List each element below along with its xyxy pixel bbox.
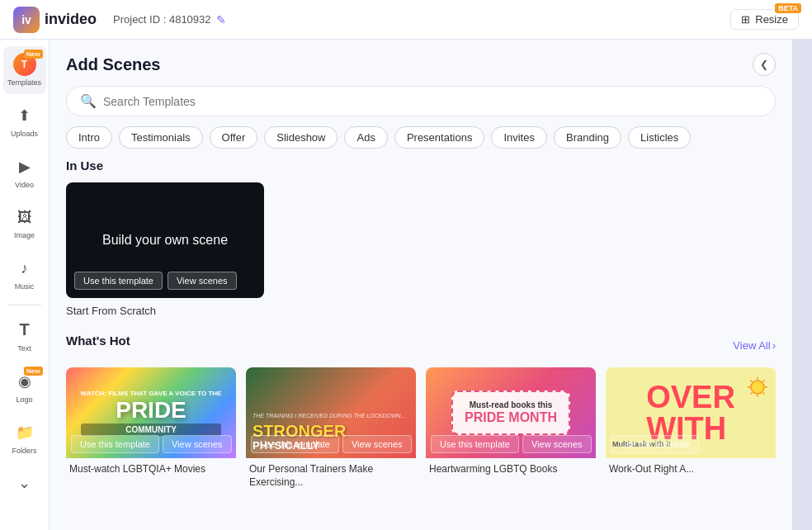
- more-icon: ⌄: [13, 471, 36, 495]
- sidebar-item-label: Music: [15, 282, 35, 291]
- gym-view-scenes-button[interactable]: View scenes: [342, 435, 412, 453]
- in-use-title: In Use: [66, 159, 776, 173]
- folders-icon: 📁: [13, 421, 36, 444]
- pill-offer[interactable]: Offer: [210, 126, 258, 149]
- workout-card-label: Work-Out Right A...: [606, 458, 776, 476]
- svg-point-0: [751, 381, 764, 394]
- collapse-button[interactable]: ❮: [753, 53, 776, 76]
- sidebar-item-label: Uploads: [11, 130, 38, 139]
- template-card-actions-books: Use this template View scenes: [431, 435, 592, 453]
- sidebar-item-label: Text: [17, 344, 31, 353]
- workout-use-template-button[interactable]: Use this template: [611, 435, 699, 453]
- music-icon: ♪: [13, 257, 36, 280]
- view-all-button[interactable]: View All ›: [733, 339, 776, 352]
- template-card-bg-pride: WATCH: FILMS THAT GAVE A VOICE TO THE PR…: [66, 367, 236, 458]
- sidebar-item-more[interactable]: ⌄: [3, 465, 46, 501]
- sidebar-item-label: Folders: [12, 447, 36, 456]
- image-icon: 🖼: [13, 206, 36, 229]
- main-layout: T New Templates ⬆ Uploads ▶ Video 🖼 Imag…: [0, 40, 812, 530]
- svg-line-8: [751, 393, 753, 395]
- search-input[interactable]: [103, 95, 762, 108]
- svg-line-5: [751, 381, 753, 382]
- edit-project-icon[interactable]: ✎: [216, 13, 226, 26]
- sidebar-item-music[interactable]: ♪ Music: [3, 250, 46, 298]
- books-view-scenes-button[interactable]: View scenes: [522, 435, 592, 453]
- uploads-icon: ⬆: [13, 104, 36, 127]
- sidebar-item-label: Image: [14, 231, 35, 240]
- template-card-gym[interactable]: THE TRAINING I RECEIVED DURING THE LOCKD…: [246, 367, 416, 491]
- logo: iv invideo: [13, 7, 97, 33]
- pill-testimonials[interactable]: Testimonials: [119, 126, 203, 149]
- pride-use-template-button[interactable]: Use this template: [71, 435, 159, 453]
- sidebar-item-folders[interactable]: 📁 Folders: [3, 414, 46, 462]
- gym-card-label: Our Personal Trainers Make Exercising...: [246, 458, 416, 489]
- content-area: In Use Build your own scene Use this tem…: [50, 159, 792, 530]
- logo-text: invideo: [45, 11, 97, 28]
- pride-watch-text: WATCH: FILMS THAT GAVE A VOICE TO THE: [81, 390, 222, 397]
- books-use-template-button[interactable]: Use this template: [431, 435, 519, 453]
- books-card-label: Heartwarming LGBTQ Books: [426, 458, 596, 476]
- resize-button[interactable]: ⊞ Resize BETA: [730, 9, 799, 30]
- pride-main-title: PRIDE: [81, 397, 222, 424]
- sidebar-item-image[interactable]: 🖼 Image: [3, 199, 46, 247]
- search-bar[interactable]: 🔍: [66, 86, 776, 116]
- project-id-text: Project ID : 4810932: [113, 13, 211, 26]
- view-all-label: View All: [733, 339, 770, 352]
- template-card-bg-books: Must-read books this PRIDE MONTH Use thi…: [426, 367, 596, 458]
- whats-hot-title: What's Hot: [66, 334, 130, 348]
- topbar: iv invideo Project ID : 4810932 ✎ ⊞ Resi…: [0, 0, 812, 40]
- sidebar-item-label: Logo: [16, 395, 32, 405]
- build-own-scene-card[interactable]: Build your own scene Use this template V…: [66, 182, 264, 298]
- use-template-button[interactable]: Use this template: [74, 272, 163, 290]
- template-card-workout[interactable]: OVERWITH Multi-task with it: [606, 367, 776, 491]
- pill-branding[interactable]: Branding: [554, 126, 621, 149]
- pill-slideshow[interactable]: Slideshow: [264, 126, 338, 149]
- pill-presentations[interactable]: Presentations: [394, 126, 485, 149]
- template-card-bg-workout: OVERWITH Multi-task with it: [606, 367, 776, 458]
- gym-quote: THE TRAINING I RECEIVED DURING THE LOCKD…: [253, 412, 409, 419]
- resize-label: Resize: [755, 13, 788, 26]
- gym-use-template-button[interactable]: Use this template: [251, 435, 339, 453]
- template-card-actions-pride: Use this template View scenes: [71, 435, 232, 453]
- sidebar-item-uploads[interactable]: ⬆ Uploads: [3, 97, 46, 145]
- video-icon: ▶: [13, 155, 36, 178]
- project-id: Project ID : 4810932 ✎: [113, 13, 226, 26]
- sidebar-item-video[interactable]: ▶ Video: [3, 149, 46, 196]
- sidebar-item-logo[interactable]: ◉ New Logo: [3, 363, 46, 411]
- right-panel: [792, 40, 812, 530]
- sidebar-item-text[interactable]: T Text: [3, 312, 46, 360]
- pill-intro[interactable]: Intro: [66, 126, 112, 149]
- sidebar-divider: [8, 305, 41, 305]
- pride-view-scenes-button[interactable]: View scenes: [163, 435, 232, 453]
- new-badge-templates: New: [24, 50, 42, 59]
- resize-icon: ⊞: [741, 13, 750, 26]
- books-title: PRIDE MONTH: [465, 409, 557, 425]
- pill-invites[interactable]: Invites: [491, 126, 547, 149]
- view-scenes-button[interactable]: View scenes: [168, 272, 237, 290]
- pill-ads[interactable]: Ads: [344, 126, 387, 149]
- panel-title: Add Scenes: [66, 55, 160, 74]
- search-icon: 🔍: [80, 93, 97, 109]
- card-actions: Use this template View scenes: [74, 272, 237, 290]
- logo-icon: iv: [13, 7, 40, 33]
- text-icon: T: [13, 319, 36, 342]
- in-use-card-wrapper: Build your own scene Use this template V…: [66, 182, 776, 317]
- template-card-pride[interactable]: WATCH: FILMS THAT GAVE A VOICE TO THE PR…: [66, 367, 236, 491]
- sidebar: T New Templates ⬆ Uploads ▶ Video 🖼 Imag…: [0, 40, 50, 530]
- whats-hot-section: What's Hot View All › WATCH: FILMS THAT …: [66, 334, 776, 491]
- beta-badge: BETA: [775, 3, 801, 13]
- template-grid: WATCH: FILMS THAT GAVE A VOICE TO THE PR…: [66, 367, 776, 491]
- pride-community-label: COMMUNITY: [81, 424, 222, 436]
- template-card-books[interactable]: Must-read books this PRIDE MONTH Use thi…: [426, 367, 596, 491]
- sidebar-item-templates[interactable]: T New Templates: [3, 46, 46, 94]
- workout-sun-icon: [746, 376, 769, 402]
- pill-listicles[interactable]: Listicles: [628, 126, 691, 149]
- books-inner: Must-read books this PRIDE MONTH: [451, 390, 570, 435]
- whats-hot-header: What's Hot View All ›: [66, 334, 776, 357]
- filter-pills: Intro Testimonials Offer Slideshow Ads P…: [50, 126, 792, 159]
- template-card-actions-workout: Use this template: [611, 435, 699, 453]
- view-all-chevron: ›: [772, 339, 776, 352]
- new-badge-logo: New: [24, 367, 42, 376]
- panel: Add Scenes ❮ 🔍 Intro Testimonials Offer …: [50, 40, 792, 530]
- panel-header: Add Scenes ❮: [50, 40, 792, 86]
